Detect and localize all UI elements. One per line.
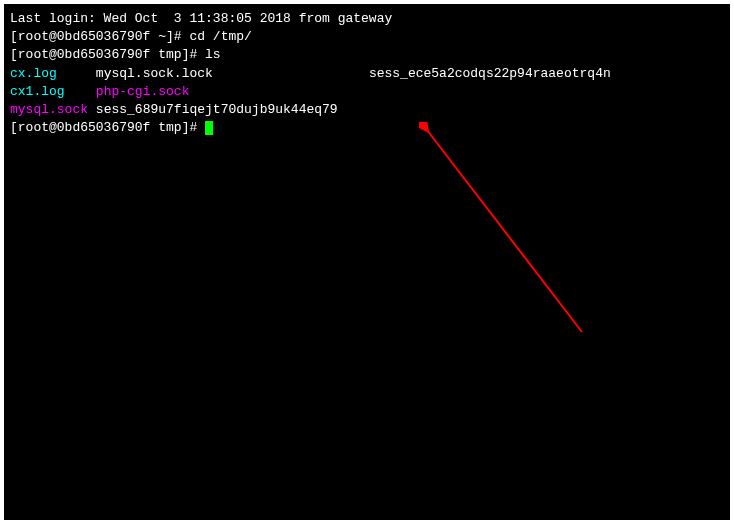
- cmd-line-3: [root@0bd65036790f tmp]#: [10, 119, 730, 137]
- cursor[interactable]: [205, 121, 213, 135]
- ls-row-2: cx1.log php-cgi.sock: [10, 83, 730, 101]
- prompt-1: [root@0bd65036790f ~]#: [10, 29, 189, 44]
- cmd-line-2: [root@0bd65036790f tmp]# ls: [10, 46, 730, 64]
- cmd-line-1: [root@0bd65036790f ~]# cd /tmp/: [10, 28, 730, 46]
- last-login-text: Last login: Wed Oct 3 11:38:05 2018 from…: [10, 11, 392, 26]
- svg-line-0: [427, 130, 582, 332]
- ls-file: mysql.sock.lock: [96, 66, 213, 81]
- ls-file: sess_ece5a2codqs22p94raaeotrq4n: [369, 66, 611, 81]
- ls-file: cx1.log: [10, 84, 65, 99]
- ls-file-magenta: php-cgi.sock: [96, 84, 190, 99]
- last-login-line: Last login: Wed Oct 3 11:38:05 2018 from…: [10, 10, 730, 28]
- cmd-2: ls: [205, 47, 221, 62]
- ls-row-1: cx.log mysql.sock.lock sess_ece5a2codqs2…: [10, 65, 730, 83]
- annotation-arrow: [419, 122, 619, 352]
- ls-row-3: mysql.sock sess_689u7fiqejt70dujb9uk44eq…: [10, 101, 730, 119]
- ls-file: sess_689u7fiqejt70dujb9uk44eq79: [96, 102, 338, 117]
- prompt-2: [root@0bd65036790f tmp]#: [10, 47, 205, 62]
- terminal-window[interactable]: Last login: Wed Oct 3 11:38:05 2018 from…: [4, 4, 730, 520]
- ls-file: cx.log: [10, 66, 57, 81]
- prompt-3: [root@0bd65036790f tmp]#: [10, 120, 205, 135]
- ls-file-magenta: mysql.sock: [10, 102, 88, 117]
- cmd-1: cd /tmp/: [189, 29, 251, 44]
